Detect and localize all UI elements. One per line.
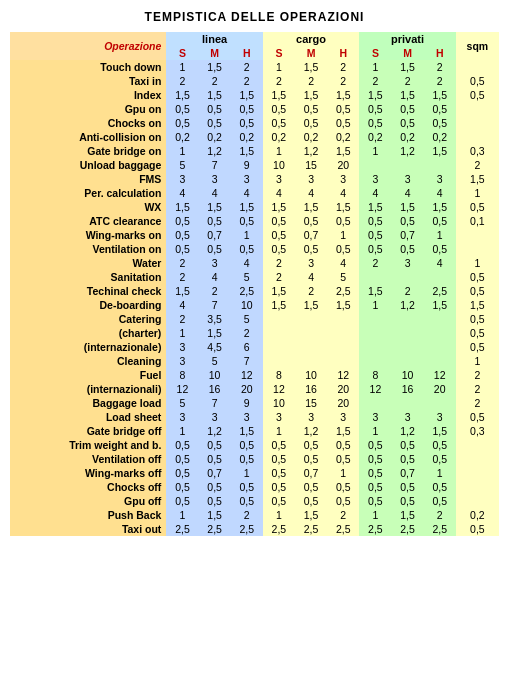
- cargo-cell: 1,5: [263, 200, 295, 214]
- linea-cell: 2: [199, 74, 231, 88]
- cargo-cell: 4: [327, 256, 359, 270]
- cargo-cell: 0,2: [263, 130, 295, 144]
- cargo-cell: 1: [263, 144, 295, 158]
- privati-cell: 2: [424, 60, 456, 74]
- cargo-cell: 0,5: [327, 102, 359, 116]
- cargo-cell: 2: [295, 74, 327, 88]
- linea-cell: 1: [166, 60, 198, 74]
- cargo-cell: 1: [263, 508, 295, 522]
- table-row: Gate bridge on11,21,511,21,511,21,50,3: [10, 144, 499, 158]
- cargo-cell: 3: [263, 172, 295, 186]
- linea-cell: 10: [231, 298, 263, 312]
- cargo-cell: 8: [263, 368, 295, 382]
- linea-cell: 20: [231, 382, 263, 396]
- linea-cell: 3: [199, 410, 231, 424]
- table-row: Techinal check1,522,51,522,51,522,50,5: [10, 284, 499, 298]
- linea-cell: 7: [199, 298, 231, 312]
- cargo-cell: 16: [295, 382, 327, 396]
- linea-cell: 1,2: [199, 424, 231, 438]
- cargo-cell: 0,5: [327, 438, 359, 452]
- privati-cell: [359, 396, 391, 410]
- linea-cell: 0,5: [166, 452, 198, 466]
- privati-cell: 12: [424, 368, 456, 382]
- cargo-cell: 2: [295, 284, 327, 298]
- operation-name: Gpu on: [10, 102, 166, 116]
- linea-cell: 3: [199, 256, 231, 270]
- linea-cell: 0,5: [166, 466, 198, 480]
- privati-cell: 0,7: [391, 466, 423, 480]
- operation-name: Gpu off: [10, 494, 166, 508]
- cargo-cell: 2,5: [327, 522, 359, 536]
- linea-cell: 0,5: [231, 480, 263, 494]
- table-row: Sanitation2452450,5: [10, 270, 499, 284]
- linea-cell: 0,5: [166, 242, 198, 256]
- cargo-cell: 2,5: [327, 284, 359, 298]
- cargo-cell: 1,5: [295, 200, 327, 214]
- cargo-cell: [263, 326, 295, 340]
- linea-h: H: [231, 46, 263, 60]
- privati-cell: 1: [359, 60, 391, 74]
- cargo-cell: 0,5: [295, 102, 327, 116]
- privati-cell: 0,5: [424, 452, 456, 466]
- table-row: Push Back11,5211,5211,520,2: [10, 508, 499, 522]
- cargo-cell: 1: [327, 466, 359, 480]
- linea-cell: 4: [199, 270, 231, 284]
- sqm-cell: 2: [456, 396, 499, 410]
- table-row: Index1,51,51,51,51,51,51,51,51,50,5: [10, 88, 499, 102]
- cargo-cell: 2: [327, 74, 359, 88]
- linea-cell: 12: [166, 382, 198, 396]
- cargo-cell: 3: [295, 410, 327, 424]
- privati-cell: 0,5: [391, 102, 423, 116]
- sqm-cell: 2: [456, 368, 499, 382]
- cargo-cell: 2: [263, 270, 295, 284]
- operation-name: FMS: [10, 172, 166, 186]
- linea-cell: 0,5: [231, 102, 263, 116]
- privati-cell: 0,5: [391, 242, 423, 256]
- linea-m: M: [199, 46, 231, 60]
- table-row: (internazionali)1216201216201216202: [10, 382, 499, 396]
- cargo-cell: [295, 312, 327, 326]
- table-row: Ventilation on0,50,50,50,50,50,50,50,50,…: [10, 242, 499, 256]
- privati-cell: 0,5: [424, 214, 456, 228]
- linea-cell: 0,5: [231, 242, 263, 256]
- privati-cell: 0,5: [424, 494, 456, 508]
- privati-cell: 3: [391, 172, 423, 186]
- privati-cell: 1: [359, 298, 391, 312]
- linea-cell: 5: [166, 158, 198, 172]
- sqm-cell: [456, 228, 499, 242]
- privati-cell: 3: [391, 410, 423, 424]
- sqm-cell: 0,5: [456, 312, 499, 326]
- sqm-cell: [456, 494, 499, 508]
- privati-cell: 0,5: [424, 116, 456, 130]
- cargo-cell: 5: [327, 270, 359, 284]
- privati-cell: 2: [424, 508, 456, 522]
- cargo-h: H: [327, 46, 359, 60]
- privati-cell: 4: [391, 186, 423, 200]
- privati-cell: 3: [359, 410, 391, 424]
- privati-cell: 0,5: [359, 494, 391, 508]
- sqm-cell: 0,5: [456, 326, 499, 340]
- cargo-cell: 2: [327, 60, 359, 74]
- privati-cell: 2: [359, 74, 391, 88]
- cargo-cell: 3: [263, 410, 295, 424]
- linea-cell: 0,5: [166, 116, 198, 130]
- cargo-cell: 4: [295, 270, 327, 284]
- privati-cell: 1,5: [359, 88, 391, 102]
- privati-group-header: privati: [359, 32, 455, 46]
- linea-cell: 0,5: [199, 242, 231, 256]
- cargo-s: S: [263, 46, 295, 60]
- cargo-cell: [263, 354, 295, 368]
- privati-cell: 4: [424, 256, 456, 270]
- privati-cell: 0,2: [424, 130, 456, 144]
- table-row: Catering23,550,5: [10, 312, 499, 326]
- operation-name: Gate bridge off: [10, 424, 166, 438]
- sqm-cell: 1,5: [456, 172, 499, 186]
- cargo-cell: 0,5: [295, 452, 327, 466]
- operation-name: ATC clearance: [10, 214, 166, 228]
- privati-cell: [391, 326, 423, 340]
- linea-cell: 1,5: [231, 200, 263, 214]
- operation-name: Wing-marks on: [10, 228, 166, 242]
- privati-cell: 0,5: [359, 214, 391, 228]
- privati-cell: [391, 312, 423, 326]
- linea-cell: 0,5: [166, 214, 198, 228]
